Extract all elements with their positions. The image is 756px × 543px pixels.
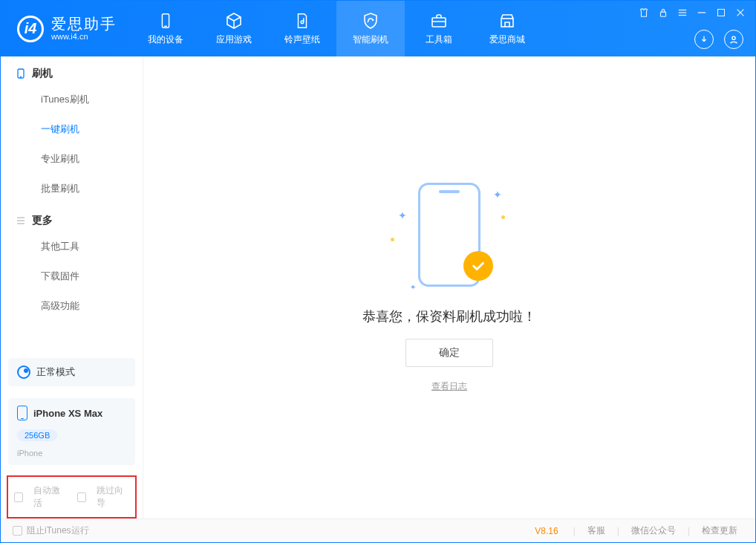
cube-icon xyxy=(224,11,244,30)
device-icon xyxy=(156,11,175,30)
storage-badge: 256GB xyxy=(17,429,57,441)
checkbox-label: 跳过向导 xyxy=(97,484,129,510)
version-label: V8.16 xyxy=(535,526,558,536)
minimize-icon[interactable] xyxy=(696,7,708,19)
device-type: iPhone xyxy=(17,449,126,458)
view-log-link[interactable]: 查看日志 xyxy=(431,380,467,393)
list-icon xyxy=(16,215,26,226)
close-icon[interactable] xyxy=(734,7,746,19)
shirt-icon[interactable] xyxy=(638,7,650,19)
app-title: 爱思助手 xyxy=(51,16,117,32)
checkbox-skip-guide[interactable] xyxy=(77,492,86,502)
checkbox-label: 自动激活 xyxy=(33,484,66,510)
nav-tab-ringtone-wallpaper[interactable]: 铃声壁纸 xyxy=(268,1,336,56)
toolbox-icon xyxy=(429,11,449,30)
nav-tab-my-device[interactable]: 我的设备 xyxy=(131,1,200,56)
sidebar-section-label: 更多 xyxy=(32,214,53,227)
shield-refresh-icon xyxy=(361,11,380,30)
success-illustration: ✦ ✦ ✦ xyxy=(401,183,498,294)
confirm-button[interactable]: 确定 xyxy=(405,339,493,367)
footer-link-support[interactable]: 客服 xyxy=(581,524,611,537)
sidebar-section-more: 更多 xyxy=(1,204,143,232)
titlebar: i4 爱思助手 www.i4.cn 我的设备 应用游戏 铃声壁纸 智能刷机 工具… xyxy=(1,1,755,56)
dot-icon xyxy=(391,238,394,241)
sidebar-item-advanced[interactable]: 高级功能 xyxy=(1,291,143,321)
phone-icon xyxy=(17,406,27,420)
sidebar-section-label: 刷机 xyxy=(32,67,53,80)
statusbar: 阻止iTunes运行 V8.16 | 客服 | 微信公众号 | 检查更新 xyxy=(1,518,755,542)
app-logo: i4 爱思助手 www.i4.cn xyxy=(1,1,131,56)
download-button[interactable] xyxy=(694,30,714,49)
checkmark-badge-icon xyxy=(463,251,493,281)
nav-tab-apps-games[interactable]: 应用游戏 xyxy=(200,1,268,56)
sparkle-icon: ✦ xyxy=(410,283,416,291)
sidebar-item-batch-flash[interactable]: 批量刷机 xyxy=(1,174,143,204)
svg-rect-9 xyxy=(718,10,725,16)
svg-rect-2 xyxy=(432,18,446,27)
device-info-panel[interactable]: iPhone XS Max 256GB iPhone xyxy=(8,398,135,465)
music-file-icon xyxy=(293,11,312,30)
device-name: iPhone XS Max xyxy=(33,408,102,419)
store-icon xyxy=(498,11,517,30)
device-mode-panel[interactable]: 正常模式 xyxy=(8,358,135,386)
sidebar-item-pro-flash[interactable]: 专业刷机 xyxy=(1,144,143,174)
logo-icon: i4 xyxy=(17,16,44,42)
nav-tabs: 我的设备 应用游戏 铃声壁纸 智能刷机 工具箱 爱思商城 xyxy=(131,1,541,56)
mode-icon xyxy=(17,365,30,379)
sidebar: 刷机 iTunes刷机 一键刷机 专业刷机 批量刷机 更多 其他工具 下载固件 … xyxy=(1,56,143,518)
menu-icon[interactable] xyxy=(677,7,688,19)
sparkle-icon: ✦ xyxy=(398,209,407,221)
user-button[interactable] xyxy=(724,30,743,49)
nav-tab-store[interactable]: 爱思商城 xyxy=(473,1,541,56)
svg-rect-0 xyxy=(162,14,169,27)
maximize-icon[interactable] xyxy=(715,7,727,19)
lock-icon[interactable] xyxy=(657,7,669,19)
main-content: ✦ ✦ ✦ 恭喜您，保资料刷机成功啦！ 确定 查看日志 xyxy=(143,56,755,518)
sparkle-icon: ✦ xyxy=(493,189,502,201)
app-subtitle: www.i4.cn xyxy=(51,32,117,41)
sidebar-item-download-firmware[interactable]: 下载固件 xyxy=(1,261,143,291)
nav-tab-toolbox[interactable]: 工具箱 xyxy=(405,1,473,56)
svg-point-12 xyxy=(732,36,735,39)
phone-icon xyxy=(16,68,26,79)
footer-link-check-update[interactable]: 检查更新 xyxy=(696,524,743,537)
checkbox-auto-activate[interactable] xyxy=(14,492,23,502)
sidebar-item-oneclick-flash[interactable]: 一键刷机 xyxy=(1,114,143,144)
window-controls xyxy=(638,7,746,19)
sidebar-item-other-tools[interactable]: 其他工具 xyxy=(1,232,143,261)
sidebar-section-flash: 刷机 xyxy=(1,56,143,85)
svg-rect-4 xyxy=(661,12,666,16)
sidebar-item-itunes-flash[interactable]: iTunes刷机 xyxy=(1,85,143,114)
success-message: 恭喜您，保资料刷机成功啦！ xyxy=(362,308,536,325)
nav-tab-smart-flash[interactable]: 智能刷机 xyxy=(336,1,405,56)
checkbox-block-itunes[interactable] xyxy=(13,526,22,536)
device-mode-label: 正常模式 xyxy=(36,365,75,379)
block-itunes-label: 阻止iTunes运行 xyxy=(27,524,89,537)
dot-icon xyxy=(501,215,505,219)
highlighted-options: 自动激活 跳过向导 xyxy=(7,475,137,518)
footer-link-wechat[interactable]: 微信公众号 xyxy=(625,524,682,537)
